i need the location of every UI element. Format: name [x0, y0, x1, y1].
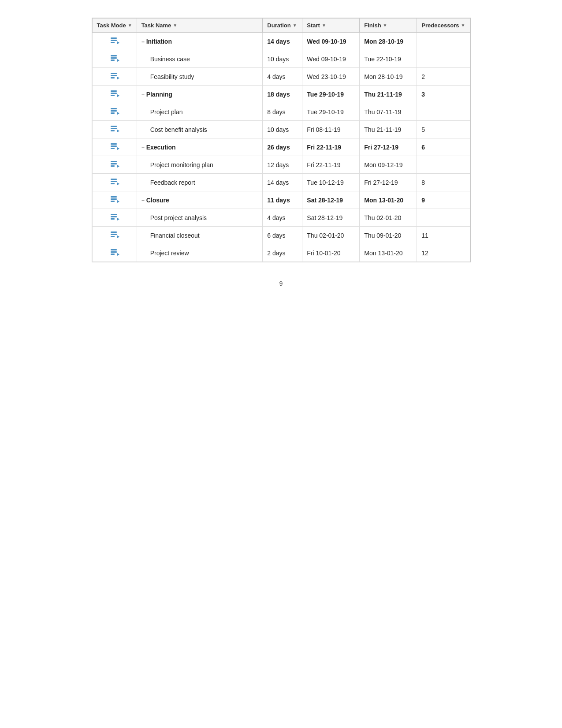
- col-predecessors[interactable]: Predecessors ▼: [417, 19, 470, 33]
- start-cell: Fri 22-11-19: [302, 156, 360, 174]
- task-mode-icon: [110, 107, 119, 115]
- svg-rect-49: [111, 251, 117, 253]
- collapse-icon[interactable]: −: [141, 198, 145, 204]
- table-row: Financial closeout6 daysThu 02-01-20Thu …: [92, 227, 470, 244]
- table-row: −Execution26 daysFri 22-11-19Fri 27-12-1…: [92, 138, 470, 156]
- svg-rect-46: [111, 236, 115, 237]
- table-row: −Closure11 daysSat 28-12-19Mon 13-01-209: [92, 191, 470, 209]
- task-mode-icon: [110, 37, 119, 45]
- task-mode-icon: [110, 54, 119, 62]
- col-start[interactable]: Start ▼: [302, 19, 360, 33]
- finish-cell: Fri 27-12-19: [360, 174, 417, 191]
- task-mode-cell: [92, 227, 137, 244]
- duration-cell: 10 days: [263, 50, 302, 68]
- task-name-cell: Financial closeout: [137, 227, 263, 244]
- col-duration[interactable]: Duration ▼: [263, 19, 302, 33]
- task-name-text: Project review: [150, 250, 189, 257]
- task-name-cell: −Execution: [137, 138, 263, 156]
- svg-rect-17: [111, 110, 117, 112]
- duration-cell: 10 days: [263, 121, 302, 138]
- table-row: Post project analysis4 daysSat 28-12-19T…: [92, 209, 470, 227]
- predecessors-cell: [417, 209, 470, 227]
- task-mode-cell: [92, 191, 137, 209]
- svg-rect-38: [111, 201, 115, 202]
- start-cell: Wed 09-10-19: [302, 50, 360, 68]
- svg-rect-33: [111, 181, 117, 182]
- task-name-cell: Feedback report: [137, 174, 263, 191]
- task-name-cell: Post project analysis: [137, 209, 263, 227]
- svg-rect-26: [111, 148, 115, 149]
- svg-rect-42: [111, 218, 115, 220]
- finish-cell: Thu 21-11-19: [360, 86, 417, 103]
- col-task-name-arrow: ▼: [173, 23, 177, 28]
- svg-rect-6: [111, 60, 115, 61]
- table-row: Project plan8 daysTue 29-10-19Thu 07-11-…: [92, 103, 470, 121]
- task-mode-cell: [92, 68, 137, 86]
- task-mode-icon: [110, 125, 119, 133]
- page-number: 9: [279, 280, 283, 287]
- svg-rect-10: [111, 77, 115, 78]
- duration-cell: 4 days: [263, 209, 302, 227]
- task-mode-cell: [92, 50, 137, 68]
- table-row: Feasibility study4 daysWed 23-10-19Mon 2…: [92, 68, 470, 86]
- svg-marker-3: [117, 41, 119, 44]
- finish-cell: Fri 27-12-19: [360, 138, 417, 156]
- project-table: Task Mode ▼ Task Name ▼ Duration ▼: [92, 18, 470, 262]
- col-start-arrow: ▼: [322, 23, 326, 28]
- col-finish[interactable]: Finish ▼: [360, 19, 417, 33]
- predecessors-cell: [417, 103, 470, 121]
- task-mode-cell: [92, 33, 137, 50]
- finish-cell: Mon 09-12-19: [360, 156, 417, 174]
- start-cell: Tue 29-10-19: [302, 103, 360, 121]
- svg-rect-1: [111, 40, 117, 41]
- svg-rect-4: [111, 55, 117, 56]
- duration-cell: 8 days: [263, 103, 302, 121]
- task-name-cell: −Closure: [137, 191, 263, 209]
- task-name-cell: Project plan: [137, 103, 263, 121]
- predecessors-cell: 9: [417, 191, 470, 209]
- task-mode-icon: [110, 90, 119, 97]
- task-mode-icon: [110, 72, 119, 80]
- table-row: Project monitoring plan12 daysFri 22-11-…: [92, 156, 470, 174]
- col-task-mode[interactable]: Task Mode ▼: [92, 19, 137, 33]
- task-mode-cell: [92, 103, 137, 121]
- svg-rect-37: [111, 198, 117, 200]
- col-task-name-label: Task Name: [141, 22, 171, 29]
- svg-rect-36: [111, 196, 117, 198]
- predecessors-cell: 2: [417, 68, 470, 86]
- task-name-text: Cost benefit analysis: [150, 126, 207, 133]
- table-row: −Planning18 daysTue 29-10-19Thu 21-11-19…: [92, 86, 470, 103]
- svg-rect-18: [111, 112, 115, 114]
- table-row: Business case10 daysWed 09-10-19Tue 22-1…: [92, 50, 470, 68]
- svg-rect-22: [111, 130, 115, 131]
- task-name-cell: −Initiation: [137, 33, 263, 50]
- svg-marker-23: [117, 130, 119, 132]
- finish-cell: Thu 07-11-19: [360, 103, 417, 121]
- task-mode-icon: [110, 178, 119, 186]
- task-mode-cell: [92, 156, 137, 174]
- task-name-text: Closure: [146, 197, 169, 204]
- task-mode-icon: [110, 195, 119, 203]
- task-mode-icon: [110, 160, 119, 168]
- col-duration-label: Duration: [267, 22, 290, 29]
- task-name-text: Post project analysis: [150, 214, 207, 221]
- svg-rect-41: [111, 216, 117, 217]
- col-start-label: Start: [307, 22, 320, 29]
- task-name-cell: Cost benefit analysis: [137, 121, 263, 138]
- task-name-text: Execution: [146, 144, 176, 151]
- svg-rect-20: [111, 126, 117, 127]
- task-mode-icon: [110, 231, 119, 239]
- finish-cell: Mon 28-10-19: [360, 68, 417, 86]
- task-name-text: Feedback report: [150, 179, 195, 186]
- task-name-cell: −Planning: [137, 86, 263, 103]
- start-cell: Tue 29-10-19: [302, 86, 360, 103]
- svg-rect-45: [111, 234, 117, 235]
- svg-marker-19: [117, 112, 119, 115]
- col-task-name[interactable]: Task Name ▼: [137, 19, 263, 33]
- collapse-icon[interactable]: −: [141, 39, 145, 45]
- collapse-icon[interactable]: −: [141, 92, 145, 98]
- table-row: Feedback report14 daysTue 10-12-19Fri 27…: [92, 174, 470, 191]
- predecessors-cell: 3: [417, 86, 470, 103]
- task-name-cell: Feasibility study: [137, 68, 263, 86]
- collapse-icon[interactable]: −: [141, 145, 145, 151]
